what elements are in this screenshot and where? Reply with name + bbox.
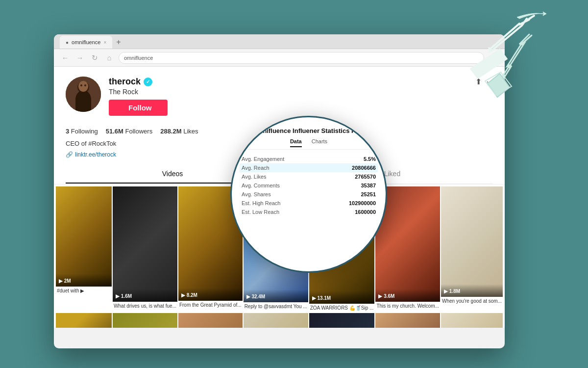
video-item[interactable] xyxy=(56,313,112,328)
video-grid: ▶ 2M#duet with ▶▶ 1.6MWhat drives us, is… xyxy=(55,185,504,328)
following-stat: 3 Following xyxy=(66,128,98,135)
video-thumbnail[interactable] xyxy=(309,313,375,328)
liked-lock-icon: 🔒 xyxy=(372,170,380,178)
video-item[interactable] xyxy=(441,313,503,328)
tab-label: omnifluence xyxy=(72,39,100,45)
bio: CEO of #RockTok xyxy=(66,140,493,147)
video-thumbnail[interactable] xyxy=(244,313,308,328)
svg-point-4 xyxy=(80,84,82,86)
followers-stat: 51.6M Followers xyxy=(106,128,152,135)
forward-button[interactable]: → xyxy=(74,53,85,63)
video-caption: What drives us, is what fue... xyxy=(113,302,177,310)
new-tab-button[interactable]: + xyxy=(112,36,124,49)
verified-badge: ✓ xyxy=(144,78,152,86)
following-label: Following xyxy=(71,128,98,135)
tab-close-button[interactable]: × xyxy=(103,40,106,45)
link-icon: 🔗 xyxy=(66,151,73,158)
likes-label: Likes xyxy=(183,128,198,135)
video-caption: When you're good at som... xyxy=(441,297,503,305)
video-section: ▶ 2M#duet with ▶▶ 1.6MWhat drives us, is… xyxy=(54,184,505,328)
profile-link[interactable]: 🔗 linktr.ee/therock xyxy=(66,151,493,158)
video-item[interactable] xyxy=(244,313,308,328)
video-thumbnail[interactable]: ▶ 13.1M xyxy=(309,186,375,304)
tab-liked[interactable]: 🔒 Liked xyxy=(279,165,493,184)
home-button[interactable]: ⌂ xyxy=(104,53,115,63)
video-thumbnail[interactable]: ▶ 1.6M xyxy=(113,186,177,302)
followers-count: 51.6M xyxy=(106,128,123,135)
video-caption: ZOA WARRIORS 💪🥤Sip ... xyxy=(309,304,375,312)
link-text[interactable]: linktr.ee/therock xyxy=(75,151,116,158)
video-item[interactable]: ▶ 1.8MWhen you're good at som... xyxy=(441,186,503,312)
verified-icon: ✓ xyxy=(146,79,150,84)
follow-button[interactable]: Follow xyxy=(109,100,168,116)
video-thumbnail[interactable]: ▶ 8.2M xyxy=(178,186,243,301)
video-thumbnail[interactable] xyxy=(441,313,503,328)
video-item[interactable]: ▶ 32.4MReply to @savvasdmt You ... xyxy=(244,186,308,312)
video-item[interactable] xyxy=(309,313,375,328)
video-caption: This is my church. Welcom... xyxy=(375,302,440,310)
avatar-image xyxy=(66,77,101,112)
video-thumbnail[interactable] xyxy=(113,313,177,328)
tab-videos[interactable]: Videos xyxy=(66,165,279,184)
video-item[interactable]: ▶ 8.2MFrom the Great Pyramid of... xyxy=(178,186,243,312)
back-button[interactable]: ← xyxy=(60,53,71,63)
svg-point-5 xyxy=(84,84,86,86)
video-item[interactable]: ▶ 3.6MThis is my church. Welcom... xyxy=(375,186,440,312)
followers-label: Followers xyxy=(125,128,153,135)
active-tab[interactable]: ● omnifluence × xyxy=(60,36,112,49)
video-caption: From the Great Pyramid of... xyxy=(178,301,243,309)
video-thumbnail[interactable] xyxy=(375,313,440,328)
arrow-annotation xyxy=(421,10,559,108)
video-item[interactable]: ▶ 2M#duet with ▶ xyxy=(56,186,112,312)
video-thumbnail[interactable] xyxy=(56,313,112,328)
following-count: 3 xyxy=(66,128,69,135)
address-text: omnifluence xyxy=(124,55,153,61)
video-item[interactable] xyxy=(375,313,440,328)
likes-count: 288.2M xyxy=(160,128,181,135)
svg-point-3 xyxy=(78,81,88,92)
likes-stat: 288.2M Likes xyxy=(160,128,198,135)
video-item[interactable]: ▶ 1.6MWhat drives us, is what fue... xyxy=(113,186,177,312)
video-caption: #duet with ▶ xyxy=(56,287,112,295)
avatar xyxy=(66,77,101,112)
video-caption: Reply to @savvasdmt You ... xyxy=(244,302,308,311)
video-thumbnail[interactable]: ▶ 1.8M xyxy=(441,186,503,297)
video-thumbnail[interactable]: ▶ 3.6M xyxy=(375,186,440,302)
content-tabs: Videos 🔒 Liked xyxy=(66,165,493,184)
video-thumbnail[interactable]: ▶ 32.4M xyxy=(244,186,308,302)
video-thumbnail[interactable]: ▶ 2M xyxy=(56,186,112,287)
refresh-button[interactable]: ↻ xyxy=(89,53,100,63)
username: therock xyxy=(109,77,141,87)
video-item[interactable] xyxy=(178,313,243,328)
stats-row: 3 Following 51.6M Followers 288.2M Likes xyxy=(66,128,493,135)
svg-marker-0 xyxy=(470,49,507,79)
video-item[interactable] xyxy=(113,313,177,328)
video-thumbnail[interactable] xyxy=(178,313,243,328)
video-item[interactable]: ▶ 13.1MZOA WARRIORS 💪🥤Sip ... xyxy=(309,186,375,312)
